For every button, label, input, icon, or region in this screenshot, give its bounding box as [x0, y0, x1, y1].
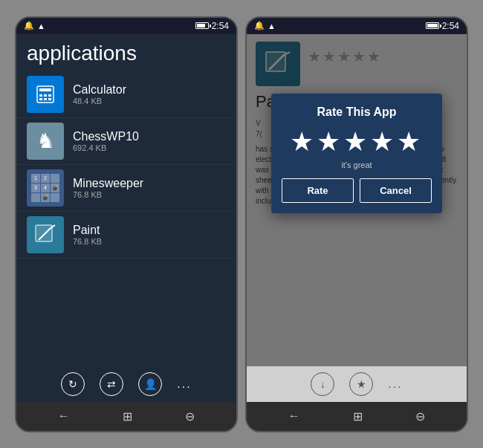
chess-info: ChessWP10 692.4 KB [73, 130, 226, 152]
right-bottom-bar: ↓ ★ ... [247, 366, 467, 402]
svg-rect-5 [39, 98, 42, 100]
favorite-button[interactable]: ★ [349, 372, 373, 396]
svg-rect-7 [48, 98, 51, 100]
left-bottom-bar: ↻ ⇄ 👤 ... [16, 366, 236, 402]
right-home-button[interactable]: ⊞ [347, 408, 369, 425]
minesweeper-info: Minesweeper 76.8 KB [73, 177, 226, 199]
search-button[interactable]: ⊖ [179, 408, 201, 425]
modal-buttons: Rate Cancel [282, 178, 432, 203]
chess-size: 692.4 KB [73, 143, 226, 152]
home-button[interactable]: ⊞ [117, 408, 138, 425]
right-search-button[interactable]: ⊖ [409, 408, 431, 425]
app-item-chess[interactable]: ♞ ChessWP10 692.4 KB [16, 118, 236, 165]
svg-rect-1 [39, 88, 51, 91]
right-status-right: 2:54 [424, 21, 459, 31]
app-item-paint[interactable]: Paint 76.8 KB [16, 212, 236, 259]
signal-icon: ▲ [37, 22, 45, 30]
app-item-minesweeper[interactable]: 1 2 3 4 💣 💣 Minesweeper 76.8 KB [16, 165, 236, 212]
chess-name: ChessWP10 [73, 130, 226, 143]
cancel-button[interactable]: Cancel [360, 178, 432, 203]
svg-rect-6 [44, 98, 47, 100]
sync-button[interactable]: ⇄ [100, 372, 123, 396]
minesweeper-size: 76.8 KB [73, 190, 226, 199]
left-screen: applications Calculator 48.4 KB [16, 34, 236, 366]
more-dots[interactable]: ... [177, 377, 191, 391]
right-nav-bar: ← ⊞ ⊖ [247, 402, 467, 431]
right-status-bar: 🔔 ▲ 2:54 [247, 18, 467, 34]
modal-overlay: Rate This App ★★★★★ it's great Rate Canc… [247, 34, 467, 366]
right-more-dots[interactable]: ... [388, 377, 402, 391]
download-button[interactable]: ↓ [311, 372, 334, 396]
paint-size: 76.8 KB [73, 237, 226, 246]
left-status-right: 2:54 [194, 21, 229, 31]
chess-horse-icon: ♞ [36, 129, 55, 153]
battery-icon [195, 22, 209, 29]
svg-rect-3 [44, 94, 47, 97]
right-time: 2:54 [442, 21, 459, 31]
left-status-bar: 🔔 ▲ 2:54 [16, 18, 236, 34]
apps-title: applications [16, 34, 236, 71]
rate-button[interactable]: Rate [282, 178, 354, 203]
mine-grid: 1 2 3 4 💣 💣 [30, 172, 61, 204]
chess-icon: ♞ [27, 123, 64, 160]
refresh-button[interactable]: ↻ [61, 372, 85, 396]
svg-rect-4 [48, 94, 51, 97]
paint-icon [27, 216, 64, 253]
right-signal-icon: ▲ [268, 22, 276, 30]
modal-stars: ★★★★★ [282, 126, 432, 158]
calculator-icon [27, 76, 64, 113]
left-time: 2:54 [212, 21, 229, 31]
svg-rect-2 [39, 94, 42, 97]
right-screen: ★★★★★ Paint V 7( has survived not only f… [247, 34, 467, 366]
minesweeper-name: Minesweeper [73, 177, 226, 190]
left-nav-bar: ← ⊞ ⊖ [16, 402, 236, 431]
calculator-name: Calculator [73, 83, 226, 97]
mine-icon: 1 2 3 4 💣 💣 [27, 169, 64, 207]
rate-modal: Rate This App ★★★★★ it's great Rate Canc… [271, 94, 442, 213]
svg-rect-8 [36, 225, 52, 241]
back-button[interactable]: ← [52, 408, 76, 424]
modal-rating-label: it's great [282, 160, 432, 169]
left-phone: 🔔 ▲ 2:54 applications [15, 16, 238, 432]
right-battery-icon [426, 22, 439, 29]
right-status-left: 🔔 ▲ [254, 21, 276, 30]
calculator-info: Calculator 48.4 KB [73, 83, 226, 105]
app-item-calculator[interactable]: Calculator 48.4 KB [16, 71, 236, 118]
alarm-icon: 🔔 [24, 21, 34, 30]
person-button[interactable]: 👤 [138, 372, 162, 396]
right-back-button[interactable]: ← [282, 408, 306, 424]
left-status-left: 🔔 ▲ [24, 21, 45, 30]
calculator-size: 48.4 KB [73, 97, 226, 105]
paint-name: Paint [73, 224, 226, 237]
right-phone: 🔔 ▲ 2:54 ★★★★★ Paint V 7( [245, 16, 468, 432]
right-alarm-icon: 🔔 [254, 21, 265, 30]
modal-title: Rate This App [282, 105, 432, 119]
paint-info: Paint 76.8 KB [73, 224, 226, 246]
